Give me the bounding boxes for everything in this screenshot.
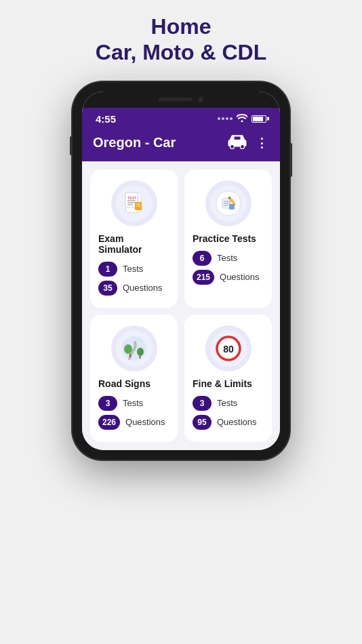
- svg-point-1: [230, 144, 235, 148]
- fine-limits-icon: 80: [205, 325, 252, 371]
- status-time: 4:55: [96, 113, 116, 125]
- fine-tests-badge: 3: [193, 396, 212, 411]
- exam-questions-label: Questions: [123, 283, 163, 293]
- camera-area: [82, 92, 280, 108]
- exam-tests-label: Tests: [123, 264, 143, 274]
- fine-limits-card[interactable]: 80 Fine & Limits 3 Tests 95 Questions: [184, 315, 272, 442]
- svg-text:80: 80: [223, 344, 234, 355]
- svg-point-31: [137, 348, 144, 356]
- page-title: Home Car, Moto & CDL: [96, 14, 266, 66]
- practice-tests-title: Practice Tests: [193, 233, 264, 244]
- practice-tests-icon: [205, 180, 252, 226]
- phone-frame: 4:55 Oregon - Car: [73, 82, 289, 460]
- road-signs-title: Road Signs: [98, 378, 169, 389]
- svg-point-29: [124, 344, 132, 354]
- svg-rect-23: [229, 204, 235, 209]
- road-signs-icon: [111, 325, 157, 371]
- status-icons: [218, 114, 266, 124]
- practice-tests-badge: 6: [193, 251, 212, 266]
- fine-limits-title: Fine & Limits: [193, 378, 264, 389]
- svg-text:TEST: TEST: [127, 196, 136, 200]
- fine-tests-label: Tests: [217, 398, 237, 408]
- exam-tests-badge: 1: [98, 262, 117, 277]
- svg-rect-32: [139, 356, 140, 359]
- exam-simulator-card[interactable]: TEST Exam Simulator 1: [90, 169, 178, 308]
- road-questions-label: Questions: [125, 417, 165, 427]
- app-content: TEST Exam Simulator 1: [82, 161, 280, 450]
- practice-questions-label: Questions: [220, 272, 260, 282]
- car-icon-svg: [227, 134, 247, 149]
- car-icon[interactable]: [227, 134, 247, 152]
- wifi-icon: [237, 114, 247, 124]
- road-tests-badge: 3: [98, 396, 117, 411]
- exam-simulator-icon: TEST: [111, 180, 157, 226]
- cards-grid: TEST Exam Simulator 1: [90, 169, 272, 442]
- status-bar: 4:55: [82, 108, 280, 129]
- more-menu-icon[interactable]: ⋮: [256, 137, 269, 149]
- road-tests-label: Tests: [123, 398, 143, 408]
- fine-questions-badge: 95: [193, 415, 212, 430]
- practice-tests-label: Tests: [217, 253, 237, 263]
- top-bar: Oregon - Car ⋮: [82, 129, 280, 161]
- practice-tests-card[interactable]: Practice Tests 6 Tests 215 Questions: [184, 169, 272, 308]
- svg-rect-3: [235, 136, 241, 140]
- battery-icon: [252, 115, 266, 123]
- practice-questions-badge: 215: [193, 270, 214, 285]
- svg-point-2: [241, 144, 245, 148]
- app-title: Oregon - Car: [93, 135, 176, 150]
- exam-simulator-title: Exam Simulator: [98, 233, 169, 255]
- fine-questions-label: Questions: [217, 417, 257, 427]
- svg-rect-30: [129, 354, 131, 357]
- exam-questions-badge: 35: [98, 281, 117, 296]
- road-questions-badge: 226: [98, 415, 120, 430]
- road-signs-card[interactable]: Road Signs 3 Tests 226 Questions: [90, 315, 178, 442]
